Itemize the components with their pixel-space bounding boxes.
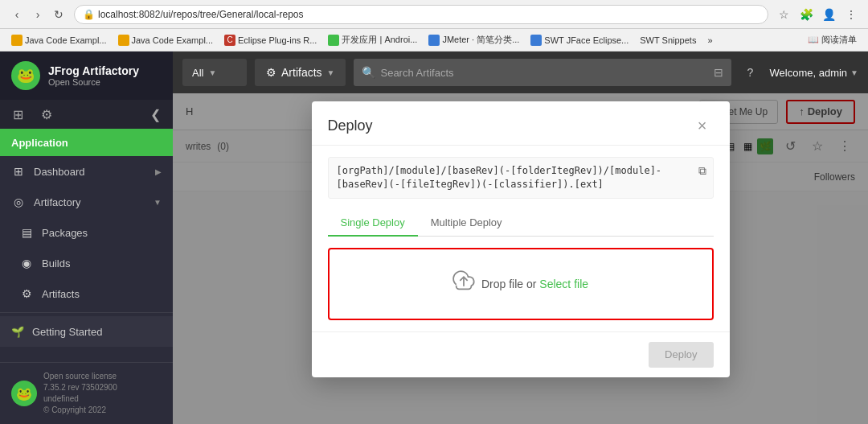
logo-frog-icon: 🐸 — [11, 61, 40, 90]
modal-header: Deploy × — [312, 101, 730, 146]
footer-logo: 🐸 Open source license 7.35.2 rev 7350290… — [11, 371, 162, 416]
all-label: All — [192, 67, 203, 79]
artifacts-nav-button[interactable]: ⚙ Artifacts ▼ — [255, 59, 346, 86]
sidebar-label-builds: Builds — [42, 257, 162, 270]
dashboard-icon: ⊞ — [11, 165, 26, 178]
search-bar: 🔍 ⊟ — [354, 59, 731, 86]
sidebar-footer: 🐸 Open source license 7.35.2 rev 7350290… — [0, 362, 173, 424]
bookmark-android[interactable]: 开发应用 | Androi... — [323, 32, 422, 47]
reading-list-label: 阅读清单 — [821, 34, 857, 46]
forward-button[interactable]: › — [29, 6, 47, 23]
help-button[interactable]: ? — [739, 61, 762, 84]
multiple-deploy-tab-label: Multiple Deploy — [431, 216, 502, 228]
bookmark-swt-jface[interactable]: SWT JFace Eclipse... — [526, 33, 633, 47]
bookmark-eclipse[interactable]: C Eclipse Plug-ins R... — [219, 33, 321, 47]
tab-multiple-deploy[interactable]: Multiple Deploy — [418, 210, 515, 237]
deploy-tabs: Single Deploy Multiple Deploy — [328, 210, 714, 237]
sidebar: 🐸 JFrog Artifactory Open Source ⊞ ⚙ ❮ Ap… — [0, 51, 173, 424]
extensions-icon[interactable]: 🧩 — [797, 6, 815, 23]
bookmark-icon-android — [328, 35, 339, 46]
builds-icon: ◉ — [19, 257, 34, 270]
bookmark-icon-java2 — [118, 35, 129, 46]
bookmark-label-swt-snippets: SWT Snippets — [640, 35, 696, 45]
modal-deploy-button[interactable]: Deploy — [649, 342, 713, 368]
tab-single-deploy[interactable]: Single Deploy — [328, 210, 418, 237]
drop-text: Drop file or Select file — [481, 278, 588, 290]
artifactory-icon: ◎ — [11, 196, 26, 208]
sidebar-label-artifacts: Artifacts — [42, 288, 162, 300]
reload-button[interactable]: ↻ — [50, 6, 68, 23]
drop-zone[interactable]: Drop file or Select file — [328, 248, 714, 320]
sidebar-item-artifactory[interactable]: ◎ Artifactory ▼ — [0, 187, 173, 217]
copy-path-button[interactable]: ⧉ — [698, 164, 706, 178]
modal-body: [orgPath]/[module]/[baseRev](-[folderIte… — [312, 146, 730, 331]
content-area: H ⚙ Set Me Up ↑ Deploy writes (0) Tree V… — [173, 93, 868, 424]
modal-overlay: Deploy × [orgPath]/[module]/[baseRev](-[… — [173, 93, 868, 424]
url-text: localhost:8082/ui/repos/tree/General/loc… — [98, 9, 303, 20]
artifacts-icon: ⚙ — [19, 287, 34, 300]
sidebar-top-bar: ⊞ ⚙ ❮ — [0, 100, 173, 129]
getting-started-label: Getting Started — [32, 326, 102, 338]
bookmark-label-swt-jface: SWT JFace Eclipse... — [544, 35, 628, 45]
select-file-label: Select file — [539, 278, 588, 290]
all-dropdown[interactable]: All ▼ — [182, 59, 247, 86]
bookmark-icon-swt-jface — [530, 35, 542, 46]
bookmark-label-java1: Java Code Exampl... — [25, 35, 107, 45]
sidebar-label-dashboard: Dashboard — [34, 166, 147, 178]
bookmark-jmeter[interactable]: JMeter · 简笔分类... — [424, 32, 524, 47]
modal-close-button[interactable]: × — [691, 114, 714, 137]
packages-icon: ▤ — [19, 226, 34, 239]
artifactory-arrow-icon: ▼ — [154, 198, 162, 207]
bookmark-star-icon[interactable]: ☆ — [775, 6, 792, 23]
close-icon: × — [698, 117, 707, 135]
sidebar-getting-started[interactable]: 🌱 Getting Started — [0, 316, 173, 347]
filter-icon[interactable]: ⊟ — [714, 66, 723, 79]
footer-text: Open source license 7.35.2 rev 73502900 … — [43, 371, 117, 416]
logo-brand: JFrog Artifactory — [48, 64, 139, 77]
search-icon: 🔍 — [362, 66, 375, 79]
path-display: [orgPath]/[module]/[baseRev](-[folderIte… — [328, 157, 714, 199]
getting-started-icon: 🌱 — [11, 326, 24, 338]
drop-text-or: or — [526, 278, 539, 290]
bookmark-java1[interactable]: Java Code Exampl... — [6, 33, 112, 47]
back-button[interactable]: ‹ — [8, 6, 26, 23]
application-label-text: Application — [11, 137, 68, 149]
footer-license: Open source license — [43, 371, 117, 382]
footer-frog-icon: 🐸 — [11, 381, 37, 406]
sidebar-collapse-icon[interactable]: ❮ — [144, 103, 166, 126]
sidebar-item-dashboard[interactable]: ⊞ Dashboard ▶ — [0, 156, 173, 187]
welcome-dropdown[interactable]: Welcome, admin ▼ — [770, 67, 858, 79]
welcome-label: Welcome, admin — [770, 67, 848, 79]
browser-actions: ☆ 🧩 👤 ⋮ — [775, 6, 860, 23]
footer-copyright: © Copyright 2022 — [43, 405, 117, 416]
footer-env: undefined — [43, 393, 117, 405]
modal-deploy-label: Deploy — [665, 348, 697, 360]
deploy-modal: Deploy × [orgPath]/[module]/[baseRev](-[… — [312, 101, 730, 377]
modal-footer: Deploy — [312, 331, 730, 377]
bookmark-label-java2: Java Code Exampl... — [132, 35, 214, 45]
bookmark-label-eclipse: Eclipse Plug-ins R... — [238, 35, 317, 45]
bookmark-java2[interactable]: Java Code Exampl... — [113, 33, 219, 47]
search-input[interactable] — [380, 67, 708, 79]
sidebar-item-artifacts[interactable]: ⚙ Artifacts — [0, 278, 173, 309]
browser-nav-buttons: ‹ › ↻ — [8, 6, 68, 23]
copy-icon: ⧉ — [698, 164, 706, 177]
upload-cloud-icon — [452, 270, 475, 298]
bookmark-icon-jmeter — [428, 35, 440, 46]
artifacts-nav-label: Artifacts — [281, 66, 322, 79]
all-dropdown-arrow: ▼ — [208, 68, 216, 77]
bookmark-swt-snippets[interactable]: SWT Snippets — [635, 34, 701, 47]
sidebar-grid-icon[interactable]: ⊞ — [6, 103, 29, 126]
bookmark-more[interactable]: » — [702, 34, 717, 47]
bookmark-icon-java1 — [11, 35, 23, 46]
bookmark-reading-list[interactable]: 📖 阅读清单 — [803, 32, 862, 47]
sidebar-gear-icon[interactable]: ⚙ — [35, 103, 58, 126]
path-template-text: [orgPath]/[module]/[baseRev](-[folderIte… — [337, 165, 662, 190]
profile-icon[interactable]: 👤 — [820, 6, 837, 23]
address-bar[interactable]: 🔒 localhost:8082/ui/repos/tree/General/l… — [74, 5, 768, 24]
select-file-link[interactable]: Select file — [539, 278, 588, 290]
artifacts-nav-arrow: ▼ — [327, 68, 335, 77]
sidebar-item-builds[interactable]: ◉ Builds — [0, 248, 173, 278]
sidebar-item-packages[interactable]: ▤ Packages — [0, 217, 173, 248]
menu-icon[interactable]: ⋮ — [842, 6, 860, 23]
